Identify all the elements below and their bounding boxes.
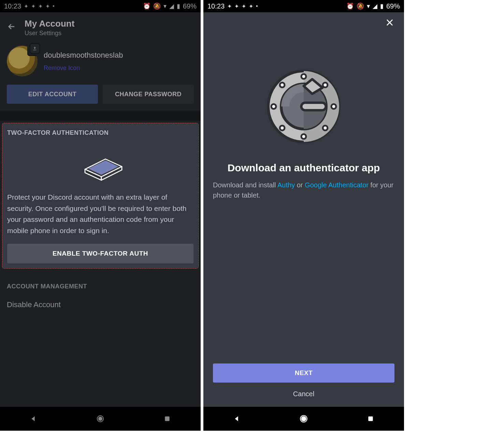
battery-icon: ▮	[380, 2, 384, 10]
two-factor-section: TWO-FACTOR AUTHENTICATION Protect your D…	[2, 123, 199, 269]
svg-point-19	[302, 417, 306, 421]
more-icon: •	[53, 3, 55, 9]
desc-text: or	[295, 181, 305, 189]
android-nav-bar	[203, 407, 404, 431]
dialog-description: Download and install Authy or Google Aut…	[213, 180, 394, 200]
change-password-button[interactable]: CHANGE PASSWORD	[103, 85, 194, 104]
nav-recent-icon[interactable]	[163, 414, 172, 423]
notif-icon: ✦	[227, 3, 232, 10]
section-divider	[0, 111, 201, 121]
google-authenticator-link[interactable]: Google Authenticator	[305, 181, 369, 189]
alarm-icon: ⏰	[143, 2, 150, 10]
dialog-title: Download an authenticator app	[213, 162, 394, 174]
notif-icon: ✦	[45, 3, 50, 10]
notif-icon: ✦	[38, 3, 43, 10]
enable-tfa-button[interactable]: ENABLE TWO-FACTOR AUTH	[7, 244, 193, 263]
notif-icon: ✦	[249, 3, 253, 10]
tfa-description: Protect your Discord account with an ext…	[7, 192, 193, 236]
svg-point-15	[280, 126, 285, 130]
battery-pct: 69%	[183, 2, 197, 10]
svg-point-17	[280, 83, 285, 87]
nav-home-icon[interactable]	[96, 414, 105, 423]
cell-icon: ◢	[169, 2, 174, 10]
phone-left: 10:23 ✦ ✦ ✦ ✦ • ⏰ 🔕 ▾ ◢ ▮ 69% My Account…	[0, 0, 201, 431]
svg-point-13	[323, 126, 328, 130]
phone-illustration	[7, 146, 193, 184]
notif-icon: ✦	[234, 3, 239, 10]
nav-back-icon[interactable]	[232, 414, 241, 423]
page-title: My Account	[25, 18, 74, 29]
nav-home-icon[interactable]	[299, 414, 308, 423]
upload-avatar-icon[interactable]	[29, 43, 40, 54]
svg-point-16	[271, 104, 276, 109]
svg-point-5	[99, 417, 102, 420]
authy-link[interactable]: Authy	[277, 181, 295, 189]
page-subtitle: User Settings	[25, 30, 74, 37]
nav-recent-icon[interactable]	[366, 414, 375, 423]
svg-point-11	[323, 83, 328, 87]
back-arrow-icon[interactable]	[7, 22, 16, 34]
battery-pct: 69%	[386, 2, 400, 10]
desc-text: Download and install	[213, 181, 277, 189]
nav-back-icon[interactable]	[29, 414, 38, 423]
svg-rect-20	[368, 416, 373, 421]
remove-icon-link[interactable]: Remove Icon	[44, 65, 123, 72]
cancel-button[interactable]: Cancel	[213, 390, 394, 398]
battery-icon: ▮	[177, 2, 180, 10]
notif-icon: ✦	[31, 3, 35, 10]
dnd-icon: 🔕	[357, 2, 364, 10]
svg-rect-6	[165, 416, 169, 421]
authenticator-vault-icon	[213, 67, 394, 146]
next-button[interactable]: NEXT	[213, 363, 394, 383]
dnd-icon: 🔕	[153, 2, 161, 10]
svg-point-12	[331, 104, 336, 109]
close-icon[interactable]	[385, 18, 394, 30]
tfa-label: TWO-FACTOR AUTHENTICATION	[7, 129, 193, 137]
status-bar: 10:23 ✦ ✦ ✦ ✦ • ⏰ 🔕 ▾ ◢ ▮ 69%	[0, 0, 201, 12]
wifi-icon: ▾	[367, 2, 370, 10]
status-time: 10:23	[207, 2, 225, 10]
status-time: 10:23	[4, 2, 21, 10]
svg-point-14	[301, 134, 306, 139]
wifi-icon: ▾	[163, 2, 167, 10]
cell-icon: ◢	[373, 2, 377, 10]
username: doublesmoothstoneslab	[44, 51, 123, 60]
more-icon: •	[256, 3, 258, 9]
edit-account-button[interactable]: EDIT ACCOUNT	[7, 85, 98, 104]
status-bar: 10:23 ✦ ✦ ✦ ✦ • ⏰ 🔕 ▾ ◢ ▮ 69%	[203, 0, 404, 12]
account-management-label: ACCOUNT MANAGEMENT	[7, 283, 194, 290]
profile-row: doublesmoothstoneslab Remove Icon	[0, 42, 201, 82]
notif-icon: ✦	[242, 3, 246, 10]
svg-point-10	[301, 74, 306, 79]
alarm-icon: ⏰	[346, 2, 354, 10]
android-nav-bar	[0, 407, 201, 431]
phone-right: 10:23 ✦ ✦ ✦ ✦ • ⏰ 🔕 ▾ ◢ ▮ 69%	[203, 0, 404, 431]
disable-account-item[interactable]: Disable Account	[7, 300, 194, 309]
svg-rect-9	[301, 103, 326, 110]
notif-icon: ✦	[24, 3, 28, 10]
app-header: My Account User Settings	[0, 12, 201, 42]
